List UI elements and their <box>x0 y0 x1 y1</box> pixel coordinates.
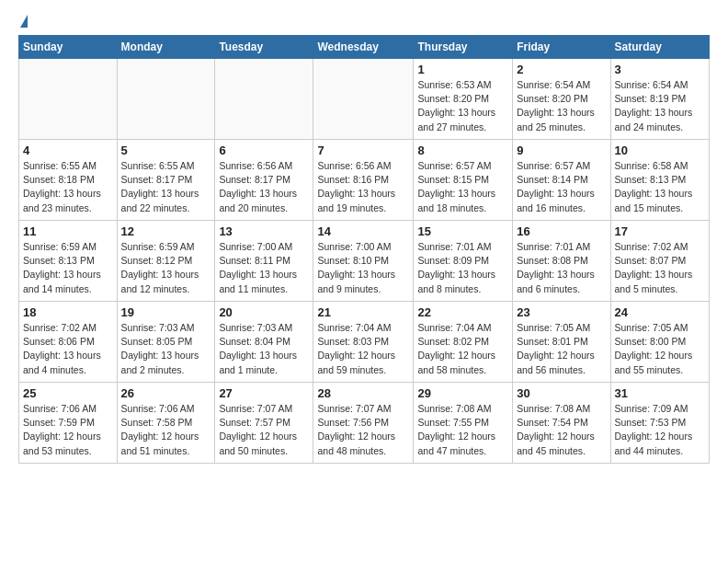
day-number: 8 <box>417 144 508 157</box>
calendar-cell <box>19 59 118 140</box>
day-info: Sunrise: 7:08 AMSunset: 7:55 PMDaylight:… <box>417 402 508 458</box>
calendar-cell: 12Sunrise: 6:59 AMSunset: 8:12 PMDayligh… <box>117 221 215 302</box>
calendar-cell: 6Sunrise: 6:56 AMSunset: 8:17 PMDaylight… <box>215 140 313 221</box>
calendar-cell: 11Sunrise: 6:59 AMSunset: 8:13 PMDayligh… <box>19 221 118 302</box>
calendar-cell: 10Sunrise: 6:58 AMSunset: 8:13 PMDayligh… <box>610 140 709 221</box>
day-number: 3 <box>615 63 705 76</box>
calendar-cell: 24Sunrise: 7:05 AMSunset: 8:00 PMDayligh… <box>610 302 709 383</box>
calendar-cell: 8Sunrise: 6:57 AMSunset: 8:15 PMDaylight… <box>414 140 513 221</box>
week-row-1: 1Sunrise: 6:53 AMSunset: 8:20 PMDaylight… <box>19 59 710 140</box>
calendar-cell: 16Sunrise: 7:01 AMSunset: 8:08 PMDayligh… <box>513 221 610 302</box>
calendar-cell: 20Sunrise: 7:03 AMSunset: 8:04 PMDayligh… <box>215 302 313 383</box>
day-number: 31 <box>615 386 705 400</box>
calendar-cell: 5Sunrise: 6:55 AMSunset: 8:17 PMDaylight… <box>117 140 215 221</box>
logo <box>18 15 28 28</box>
week-row-5: 25Sunrise: 7:06 AMSunset: 7:59 PMDayligh… <box>19 383 710 464</box>
day-info: Sunrise: 7:05 AMSunset: 8:01 PMDaylight:… <box>517 321 606 377</box>
calendar-header-wednesday: Wednesday <box>313 36 414 59</box>
day-number: 21 <box>317 305 409 319</box>
day-info: Sunrise: 6:53 AMSunset: 8:20 PMDaylight:… <box>417 78 508 134</box>
calendar-cell: 26Sunrise: 7:06 AMSunset: 7:58 PMDayligh… <box>117 383 215 464</box>
day-number: 11 <box>23 224 113 238</box>
day-info: Sunrise: 6:59 AMSunset: 8:12 PMDaylight:… <box>121 240 211 296</box>
day-info: Sunrise: 7:05 AMSunset: 8:00 PMDaylight:… <box>615 321 705 377</box>
day-info: Sunrise: 7:04 AMSunset: 8:03 PMDaylight:… <box>317 321 409 377</box>
logo-triangle-icon <box>20 15 28 28</box>
day-number: 20 <box>219 305 309 319</box>
day-number: 12 <box>121 224 211 238</box>
calendar-cell: 28Sunrise: 7:07 AMSunset: 7:56 PMDayligh… <box>313 383 414 464</box>
calendar-cell: 22Sunrise: 7:04 AMSunset: 8:02 PMDayligh… <box>414 302 513 383</box>
calendar-header-row: SundayMondayTuesdayWednesdayThursdayFrid… <box>19 36 710 59</box>
day-info: Sunrise: 6:55 AMSunset: 8:17 PMDaylight:… <box>121 159 211 215</box>
day-info: Sunrise: 7:08 AMSunset: 7:54 PMDaylight:… <box>517 402 606 458</box>
calendar-cell: 18Sunrise: 7:02 AMSunset: 8:06 PMDayligh… <box>19 302 118 383</box>
calendar-cell: 15Sunrise: 7:01 AMSunset: 8:09 PMDayligh… <box>414 221 513 302</box>
calendar-cell: 13Sunrise: 7:00 AMSunset: 8:11 PMDayligh… <box>215 221 313 302</box>
day-number: 6 <box>219 144 309 157</box>
calendar-cell: 14Sunrise: 7:00 AMSunset: 8:10 PMDayligh… <box>313 221 414 302</box>
day-info: Sunrise: 6:54 AMSunset: 8:19 PMDaylight:… <box>615 78 705 134</box>
header <box>18 15 710 28</box>
day-number: 15 <box>417 224 508 238</box>
day-number: 14 <box>317 224 409 238</box>
day-number: 25 <box>23 386 113 400</box>
calendar-cell: 31Sunrise: 7:09 AMSunset: 7:53 PMDayligh… <box>610 383 709 464</box>
day-number: 9 <box>517 144 606 157</box>
calendar-cell: 27Sunrise: 7:07 AMSunset: 7:57 PMDayligh… <box>215 383 313 464</box>
calendar-cell: 30Sunrise: 7:08 AMSunset: 7:54 PMDayligh… <box>513 383 610 464</box>
day-info: Sunrise: 7:04 AMSunset: 8:02 PMDaylight:… <box>417 321 508 377</box>
calendar-header-thursday: Thursday <box>414 36 513 59</box>
day-number: 22 <box>417 305 508 319</box>
calendar-header-friday: Friday <box>513 36 610 59</box>
calendar-header-sunday: Sunday <box>19 36 118 59</box>
day-number: 1 <box>417 63 508 76</box>
day-info: Sunrise: 6:56 AMSunset: 8:16 PMDaylight:… <box>317 159 409 215</box>
day-info: Sunrise: 7:06 AMSunset: 7:59 PMDaylight:… <box>23 402 113 458</box>
day-info: Sunrise: 6:58 AMSunset: 8:13 PMDaylight:… <box>615 159 705 215</box>
calendar-cell: 25Sunrise: 7:06 AMSunset: 7:59 PMDayligh… <box>19 383 118 464</box>
day-info: Sunrise: 7:07 AMSunset: 7:57 PMDaylight:… <box>219 402 309 458</box>
calendar-cell <box>313 59 414 140</box>
calendar-cell: 2Sunrise: 6:54 AMSunset: 8:20 PMDaylight… <box>513 59 610 140</box>
calendar-cell: 1Sunrise: 6:53 AMSunset: 8:20 PMDaylight… <box>414 59 513 140</box>
day-number: 17 <box>615 224 705 238</box>
day-number: 30 <box>517 386 606 400</box>
day-info: Sunrise: 6:54 AMSunset: 8:20 PMDaylight:… <box>517 78 606 134</box>
day-info: Sunrise: 6:56 AMSunset: 8:17 PMDaylight:… <box>219 159 309 215</box>
week-row-4: 18Sunrise: 7:02 AMSunset: 8:06 PMDayligh… <box>19 302 710 383</box>
calendar-cell: 21Sunrise: 7:04 AMSunset: 8:03 PMDayligh… <box>313 302 414 383</box>
day-info: Sunrise: 7:01 AMSunset: 8:09 PMDaylight:… <box>417 240 508 296</box>
calendar-cell: 9Sunrise: 6:57 AMSunset: 8:14 PMDaylight… <box>513 140 610 221</box>
calendar-cell: 3Sunrise: 6:54 AMSunset: 8:19 PMDaylight… <box>610 59 709 140</box>
day-info: Sunrise: 7:00 AMSunset: 8:11 PMDaylight:… <box>219 240 309 296</box>
calendar-cell: 29Sunrise: 7:08 AMSunset: 7:55 PMDayligh… <box>414 383 513 464</box>
day-info: Sunrise: 7:03 AMSunset: 8:04 PMDaylight:… <box>219 321 309 377</box>
day-info: Sunrise: 6:55 AMSunset: 8:18 PMDaylight:… <box>23 159 113 215</box>
calendar-cell <box>215 59 313 140</box>
calendar-header-monday: Monday <box>117 36 215 59</box>
calendar-cell: 4Sunrise: 6:55 AMSunset: 8:18 PMDaylight… <box>19 140 118 221</box>
day-number: 29 <box>417 386 508 400</box>
calendar-cell: 19Sunrise: 7:03 AMSunset: 8:05 PMDayligh… <box>117 302 215 383</box>
day-number: 26 <box>121 386 211 400</box>
day-info: Sunrise: 7:09 AMSunset: 7:53 PMDaylight:… <box>615 402 705 458</box>
day-number: 10 <box>615 144 705 157</box>
day-info: Sunrise: 7:06 AMSunset: 7:58 PMDaylight:… <box>121 402 211 458</box>
day-number: 23 <box>517 305 606 319</box>
day-info: Sunrise: 7:07 AMSunset: 7:56 PMDaylight:… <box>317 402 409 458</box>
calendar-cell <box>117 59 215 140</box>
day-number: 4 <box>23 144 113 157</box>
day-number: 13 <box>219 224 309 238</box>
day-info: Sunrise: 7:02 AMSunset: 8:07 PMDaylight:… <box>615 240 705 296</box>
calendar-cell: 17Sunrise: 7:02 AMSunset: 8:07 PMDayligh… <box>610 221 709 302</box>
calendar-cell: 23Sunrise: 7:05 AMSunset: 8:01 PMDayligh… <box>513 302 610 383</box>
day-number: 16 <box>517 224 606 238</box>
day-info: Sunrise: 7:01 AMSunset: 8:08 PMDaylight:… <box>517 240 606 296</box>
day-info: Sunrise: 7:03 AMSunset: 8:05 PMDaylight:… <box>121 321 211 377</box>
day-number: 27 <box>219 386 309 400</box>
day-number: 28 <box>317 386 409 400</box>
day-number: 24 <box>615 305 705 319</box>
day-info: Sunrise: 6:57 AMSunset: 8:14 PMDaylight:… <box>517 159 606 215</box>
day-number: 5 <box>121 144 211 157</box>
